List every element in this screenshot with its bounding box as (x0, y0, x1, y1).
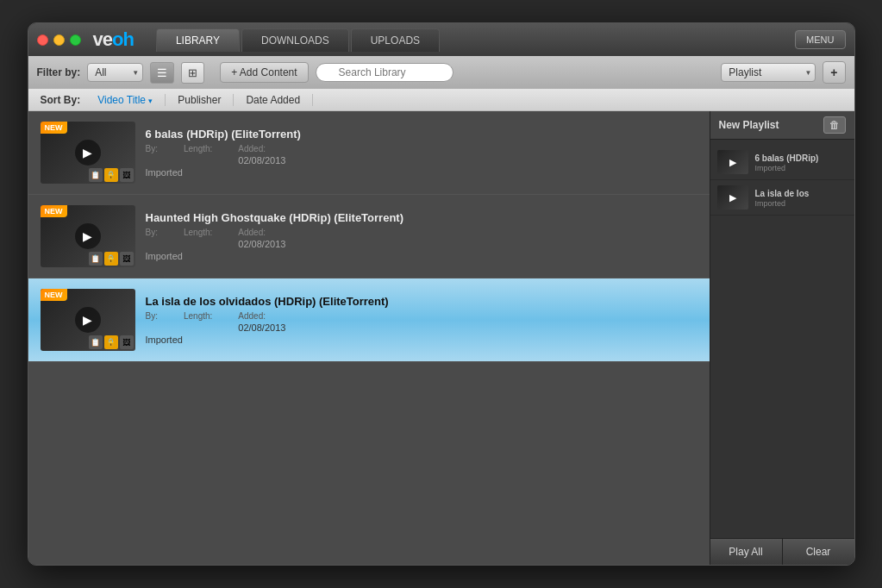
video-meta: By: Length: Added: 02/08/2013 (146, 144, 697, 166)
video-item[interactable]: NEW ▶ 📋 🔒 🖼 Haunted High Ghostquake (HDR… (28, 195, 710, 278)
video-thumbnail: NEW ▶ 📋 🔒 🖼 (41, 289, 135, 351)
video-item[interactable]: NEW ▶ 📋 🔒 🖼 6 balas (HDRip) (EliteTorren… (28, 111, 710, 195)
playlist-item-title: La isla de los (755, 188, 848, 199)
video-meta: By: Length: Added: 02/08/2013 (146, 311, 697, 333)
video-info: La isla de los olvidados (HDRip) (EliteT… (146, 295, 697, 345)
sort-bar: Sort By: Video Title ▾ Publisher Date Ad… (28, 89, 854, 111)
video-publisher: Imported (146, 251, 697, 261)
add-content-button[interactable]: + Add Content (220, 62, 308, 83)
new-badge: NEW (41, 289, 67, 301)
video-title: La isla de los olvidados (HDRip) (EliteT… (146, 295, 697, 308)
play-all-button[interactable]: Play All (710, 539, 783, 565)
search-input[interactable] (316, 63, 454, 82)
sort-video-title[interactable]: Video Title ▾ (85, 94, 166, 106)
search-wrapper (316, 63, 454, 82)
filter-select[interactable]: All Videos Music (87, 63, 143, 82)
video-publisher: Imported (146, 167, 697, 178)
add-playlist-button[interactable]: + (823, 61, 845, 84)
thumb-icons: 📋 🔒 🖼 (89, 252, 134, 266)
main-content: NEW ▶ 📋 🔒 🖼 6 balas (HDRip) (EliteTorren… (28, 111, 854, 565)
video-meta: By: Length: Added: 02/08/2013 (146, 228, 697, 249)
playlist-header: New Playlist 🗑 (710, 111, 854, 140)
playlist-select[interactable]: Playlist New Playlist (721, 63, 816, 82)
lock-icon: 🔒 (104, 252, 118, 266)
app-logo: veoh (93, 28, 134, 51)
playlist-select-wrapper: Playlist New Playlist (721, 63, 816, 82)
playlist-item-sub: Imported (755, 199, 848, 208)
play-icon[interactable]: ▶ (75, 223, 101, 249)
tab-downloads[interactable]: DOWNLOADS (241, 28, 349, 52)
nav-tabs: LIBRARY DOWNLOADS UPLOADS (156, 28, 440, 52)
info-icon: 📋 (89, 252, 103, 266)
filter-select-wrapper: All Videos Music (87, 63, 143, 82)
close-button[interactable] (37, 34, 48, 46)
playlist-item-info: 6 balas (HDRip) Imported (755, 153, 848, 172)
video-publisher: Imported (146, 335, 697, 345)
new-badge: NEW (41, 122, 67, 134)
lock-icon: 🔒 (104, 335, 118, 349)
sort-publisher[interactable]: Publisher (166, 94, 234, 106)
menu-button[interactable]: MENU (795, 30, 845, 49)
sort-date-added[interactable]: Date Added (234, 94, 313, 106)
toolbar: Filter by: All Videos Music ☰ ⊞ + Add Co… (28, 56, 854, 89)
playlist-item-info: La isla de los Imported (755, 188, 848, 208)
video-title: 6 balas (HDRip) (EliteTorrent) (146, 128, 697, 141)
sort-by-label: Sort By: (41, 94, 81, 106)
filter-label: Filter by: (37, 66, 81, 78)
video-item[interactable]: NEW ▶ 📋 🔒 🖼 La isla de los olvidados (HD… (28, 278, 710, 362)
info-icon: 📋 (89, 335, 103, 349)
tab-uploads[interactable]: UPLOADS (351, 28, 440, 52)
info-icon: 📋 (89, 168, 103, 182)
playlist-item-sub: Imported (755, 164, 848, 172)
playlist-item[interactable]: ▶ 6 balas (HDRip) Imported (710, 145, 854, 180)
clear-button[interactable]: Clear (783, 539, 854, 565)
play-icon[interactable]: ▶ (75, 140, 101, 166)
playlist-item-thumbnail: ▶ (717, 185, 748, 210)
lock-icon: 🔒 (104, 168, 118, 182)
video-info: Haunted High Ghostquake (HDRip) (EliteTo… (146, 211, 697, 261)
playlist-item-thumbnail: ▶ (717, 150, 748, 174)
video-thumbnail: NEW ▶ 📋 🔒 🖼 (41, 205, 135, 267)
library-list: NEW ▶ 📋 🔒 🖼 6 balas (HDRip) (EliteTorren… (28, 111, 710, 565)
playlist-panel: New Playlist 🗑 ▶ 6 balas (HDRip) Importe… (710, 111, 854, 565)
new-badge: NEW (41, 205, 67, 217)
video-info: 6 balas (HDRip) (EliteTorrent) By: Lengt… (146, 128, 697, 178)
minimize-button[interactable] (53, 34, 65, 46)
playlist-item[interactable]: ▶ La isla de los Imported (710, 180, 854, 216)
image-icon: 🖼 (120, 168, 134, 182)
grid-view-button[interactable]: ⊞ (181, 62, 204, 84)
video-title: Haunted High Ghostquake (HDRip) (EliteTo… (146, 211, 697, 224)
playlist-footer: Play All Clear (710, 538, 854, 565)
playlist-delete-button[interactable]: 🗑 (823, 116, 846, 134)
play-icon[interactable]: ▶ (75, 307, 101, 333)
image-icon: 🖼 (120, 335, 134, 349)
playlist-play-icon: ▶ (729, 192, 736, 203)
list-view-button[interactable]: ☰ (150, 62, 174, 84)
image-icon: 🖼 (120, 252, 134, 266)
video-thumbnail: NEW ▶ 📋 🔒 🖼 (41, 122, 135, 184)
thumb-icons: 📋 🔒 🖼 (89, 335, 134, 349)
playlist-item-title: 6 balas (HDRip) (755, 153, 848, 164)
tab-library[interactable]: LIBRARY (156, 28, 240, 52)
thumb-icons: 📋 🔒 🖼 (89, 168, 134, 182)
playlist-play-icon: ▶ (729, 157, 736, 168)
app-window: veoh LIBRARY DOWNLOADS UPLOADS MENU Filt… (28, 22, 855, 566)
maximize-button[interactable] (70, 34, 81, 46)
playlist-title: New Playlist (719, 119, 779, 131)
playlist-items: ▶ 6 balas (HDRip) Imported ▶ La isla de … (710, 140, 854, 538)
title-bar: veoh LIBRARY DOWNLOADS UPLOADS MENU (28, 23, 854, 56)
